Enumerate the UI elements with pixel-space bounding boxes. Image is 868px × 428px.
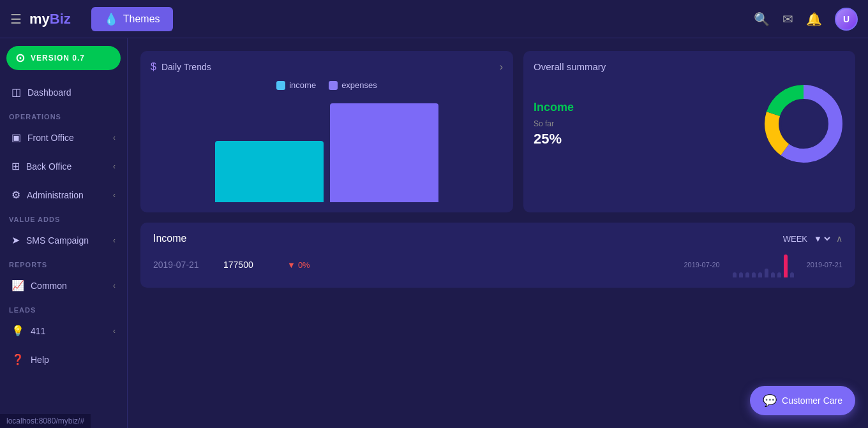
sidebar-item-label: Common (31, 281, 67, 291)
mini-bar-chart (733, 252, 794, 277)
card-title: $ Daily Trends (151, 61, 211, 73)
sidebar-item-front-office[interactable]: ▣ Front Office ‹ (3, 124, 124, 151)
sms-icon: ➤ (11, 234, 20, 246)
customer-care-label: Customer Care (782, 395, 842, 406)
sidebar-item-label: Administration (27, 190, 84, 200)
top-row: $ Daily Trends › income expenses (140, 51, 855, 212)
chevron-icon: ‹ (113, 162, 116, 171)
sidebar-item-label: Back Office (26, 161, 71, 172)
sidebar-item-label: Front Office (27, 133, 74, 143)
sidebar-item-back-office[interactable]: ⊞ Back Office ‹ (3, 152, 124, 180)
leads-icon: 💡 (11, 325, 24, 337)
trend-percent: 0% (298, 260, 310, 270)
chevron-icon: ‹ (113, 327, 116, 336)
github-icon: ⊙ (15, 51, 26, 65)
expense-bar (330, 103, 438, 202)
topbar-right: 🔍 ✉ 🔔 U (754, 8, 858, 31)
content-area: $ Daily Trends › income expenses (128, 38, 868, 428)
chevron-icon: ‹ (113, 281, 116, 290)
sidebar-section-operations: OPERATIONS (0, 107, 127, 123)
summary-title: Overall summary (534, 61, 845, 72)
week-label: WEEK (783, 234, 807, 244)
daily-trends-card: $ Daily Trends › income expenses (140, 51, 513, 212)
sidebar-item-administration[interactable]: ⚙ Administration ‹ (3, 181, 124, 209)
income-legend-label: income (289, 80, 316, 90)
sidebar: ⊙ VERSION 0.7 ◫ Dashboard OPERATIONS ▣ F… (0, 38, 128, 428)
brand-logo: myBiz (29, 11, 71, 27)
sidebar-item-dashboard[interactable]: ◫ Dashboard (3, 78, 124, 106)
mini-bar-6 (765, 269, 768, 277)
dollar-icon: $ (151, 61, 156, 73)
mini-bar-5 (758, 272, 762, 277)
income-label: Income (534, 101, 574, 114)
mini-bar-2 (739, 272, 743, 277)
help-icon: ❓ (11, 353, 24, 365)
customer-care-button[interactable]: 💬 Customer Care (750, 386, 855, 415)
chat-icon: 💬 (763, 394, 777, 408)
income-row-header: Income WEEK ▼ ∧ (153, 233, 842, 244)
sidebar-item-common[interactable]: 📈 Common ‹ (3, 272, 124, 299)
version-label: VERSION 0.7 (31, 54, 85, 63)
mini-bar-3 (745, 272, 749, 277)
sidebar-item-411[interactable]: 💡 411 ‹ (3, 317, 124, 344)
summary-left: Income So far 25% (534, 101, 574, 147)
summary-content: Income So far 25% (534, 82, 845, 165)
sidebar-item-label: SMS Campaign (26, 235, 89, 246)
mini-date-start: 2019-07-20 (684, 261, 719, 269)
dashboard-icon: ◫ (11, 86, 21, 98)
so-far-label: So far (534, 119, 574, 128)
income-bar (215, 141, 324, 202)
income-amount: 177500 (223, 260, 274, 270)
common-icon: 📈 (11, 279, 24, 291)
mini-bar-4 (752, 272, 756, 277)
chevron-icon: ‹ (113, 133, 116, 142)
avatar[interactable]: U (835, 8, 858, 31)
week-selector: WEEK ▼ ∧ (783, 233, 842, 244)
legend-item-expenses: expenses (329, 80, 377, 90)
collapse-icon[interactable]: ∧ (836, 233, 842, 244)
overall-summary-card: Overall summary Income So far 25% (523, 51, 855, 212)
mini-bar-7 (771, 272, 775, 277)
version-button[interactable]: ⊙ VERSION 0.7 (6, 46, 121, 70)
card-header: $ Daily Trends › (151, 61, 503, 73)
sidebar-item-label: 411 (31, 326, 45, 336)
chevron-icon: ‹ (113, 191, 116, 200)
sidebar-item-label: Dashboard (27, 87, 71, 98)
sidebar-section-value-adds: VALUE ADDS (0, 209, 127, 226)
mini-chart-area: 2019-07-20 2019-07-21 (323, 252, 842, 277)
themes-drop-icon: 💧 (104, 12, 118, 26)
mini-bar-8 (777, 272, 781, 277)
legend: income expenses (151, 80, 503, 90)
card-chevron-icon[interactable]: › (500, 61, 503, 73)
sidebar-item-help[interactable]: ❓ Help (3, 346, 124, 373)
sidebar-item-label: Help (31, 355, 49, 365)
topbar-left: ☰ myBiz 💧 Themes (10, 7, 173, 31)
status-url: localhost:8080/mybiz/# (6, 417, 84, 425)
chevron-icon: ‹ (113, 236, 116, 245)
trend-indicator: ▼ 0% (287, 260, 310, 270)
mail-icon[interactable]: ✉ (782, 11, 793, 27)
donut-chart (762, 82, 845, 165)
mini-bar-highlight (784, 255, 788, 277)
back-office-icon: ⊞ (11, 160, 20, 172)
expenses-legend-label: expenses (341, 80, 377, 90)
main-layout: ⊙ VERSION 0.7 ◫ Dashboard OPERATIONS ▣ F… (0, 38, 868, 428)
expenses-dot (329, 81, 338, 90)
legend-item-income: income (276, 80, 316, 90)
daily-trends-title: Daily Trends (161, 62, 211, 72)
topbar: ☰ myBiz 💧 Themes 🔍 ✉ 🔔 U (0, 0, 868, 38)
hamburger-icon[interactable]: ☰ (10, 11, 22, 27)
bar-chart (151, 100, 503, 202)
mini-date-end: 2019-07-21 (807, 261, 842, 269)
search-icon[interactable]: 🔍 (754, 11, 770, 27)
week-dropdown[interactable]: ▼ (811, 233, 832, 244)
percent-value: 25% (534, 131, 574, 147)
income-row-card: Income WEEK ▼ ∧ 2019-07-21 177500 ▼ 0% 2… (140, 223, 855, 288)
income-dot (276, 81, 285, 90)
themes-label: Themes (123, 13, 160, 25)
svg-point-4 (781, 101, 826, 146)
themes-button[interactable]: 💧 Themes (91, 7, 173, 31)
donut-svg (762, 82, 845, 165)
bell-icon[interactable]: 🔔 (806, 11, 822, 27)
sidebar-item-sms-campaign[interactable]: ➤ SMS Campaign ‹ (3, 226, 124, 254)
